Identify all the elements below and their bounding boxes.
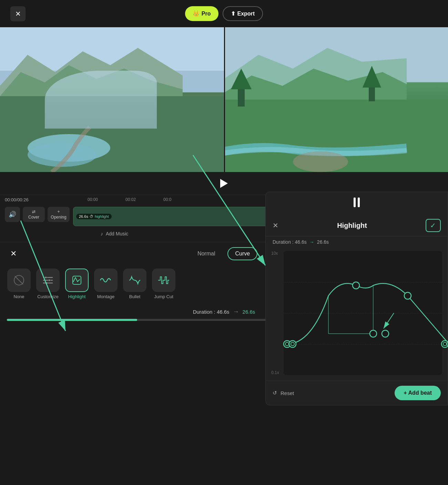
control-arrow	[384, 313, 394, 329]
hp-header: ✕ Highlight ✓	[266, 213, 448, 236]
hp-duration-result: 26.6s	[317, 239, 329, 245]
add-beat-button[interactable]: + Add beat	[395, 386, 441, 400]
track-badge: 26.6s ⏱ highlight	[76, 214, 112, 219]
pro-label: Pro	[202, 11, 211, 17]
hp-close-button[interactable]: ✕	[273, 221, 278, 230]
effect-customize-label: Customize	[37, 294, 58, 299]
effect-jumpcut-icon	[152, 269, 175, 292]
effect-highlight-label: Highlight	[68, 294, 86, 299]
effect-none-label: None	[13, 294, 24, 299]
opening-label: Opening	[51, 215, 66, 220]
none-svg	[13, 274, 25, 286]
duration-result: 26.6s	[243, 309, 255, 315]
montage-svg	[100, 274, 112, 286]
upload-icon: ⬆	[231, 10, 235, 17]
pro-button[interactable]: 👑 Pro	[185, 6, 218, 21]
highlight-panel: ✕ Highlight ✓ Duration : 46.6s → 26.6s 1…	[265, 192, 448, 405]
ctrl-point-0b[interactable]	[285, 342, 289, 346]
mode-close-button[interactable]: ✕	[10, 249, 17, 258]
effect-jumpcut-label: Jump Cut	[154, 294, 173, 299]
timeline-marks: 00:00 00:02 00:0	[88, 197, 171, 202]
reset-icon: ↺	[273, 390, 277, 396]
timeline-time-display: 00:00/00:26	[5, 197, 29, 202]
video-left-scenery	[0, 27, 224, 172]
video-right-scenery	[224, 27, 448, 172]
effect-none-icon	[7, 269, 31, 292]
ctrl-point-bot-2[interactable]	[382, 330, 389, 337]
track-name: highlight	[95, 214, 109, 219]
hp-title: Highlight	[337, 222, 367, 230]
reset-button[interactable]: ↺ ↺ Reset Reset	[273, 390, 294, 396]
svg-point-25	[46, 282, 48, 284]
hp-confirm-button[interactable]: ✓	[426, 219, 441, 232]
ctrl-point-top-2[interactable]	[404, 292, 411, 299]
effect-montage[interactable]: Montage	[94, 269, 118, 299]
y-axis-top: 10x	[271, 251, 279, 256]
timeline-mark-0: 00:00	[88, 197, 98, 202]
svg-point-23	[45, 276, 47, 279]
track-name-icon: ⏱	[90, 214, 93, 219]
effect-bullet[interactable]: Bullet	[123, 269, 147, 299]
duration-arrow-icon: →	[233, 308, 239, 315]
video-left-panel	[0, 27, 224, 172]
mode-options: Normal Curve	[191, 247, 257, 260]
effect-none[interactable]: None	[7, 269, 31, 299]
timeline-mark-2: 00:0	[163, 197, 171, 202]
close-button[interactable]: ✕	[10, 6, 26, 21]
svg-point-11	[293, 151, 348, 172]
music-icon: ♪	[101, 231, 103, 236]
video-right-panel	[224, 27, 448, 172]
curve-y-labels: 10x 0.1x	[271, 251, 279, 375]
highlight-svg	[71, 274, 83, 286]
effect-montage-label: Montage	[97, 294, 115, 299]
ctrl-point-right-1b[interactable]	[443, 342, 447, 346]
curve-canvas	[284, 251, 442, 375]
hp-close-icon: ✕	[273, 222, 278, 229]
curve-path	[287, 283, 448, 344]
curve-svg	[284, 251, 442, 375]
curve-editor: 10x 0.1x	[266, 247, 448, 381]
timeline-mark-1: 00:02	[125, 197, 136, 202]
hp-duration-label: Duration : 46.6s	[273, 239, 307, 245]
music-label: Add Music	[106, 231, 128, 236]
export-button[interactable]: ⬆ Export	[223, 6, 263, 21]
play-button[interactable]	[220, 179, 228, 188]
hp-check-icon: ✓	[430, 221, 436, 230]
pause-bar-left	[354, 198, 356, 207]
video-preview	[0, 27, 448, 172]
opening-button[interactable]: + Opening	[48, 207, 70, 222]
effect-montage-icon	[94, 269, 118, 292]
effect-highlight[interactable]: Highlight	[65, 269, 89, 299]
volume-button[interactable]: 🔊	[5, 207, 20, 222]
pause-bar-right	[358, 198, 360, 207]
mode-normal-label: Normal	[197, 251, 215, 256]
svg-point-24	[48, 279, 50, 281]
customize-svg	[42, 274, 54, 286]
mode-curve-label: Curve	[235, 251, 250, 256]
duration-label: Duration : 46.6s	[193, 309, 230, 315]
cover-label: Cover	[28, 215, 39, 220]
pause-button[interactable]	[354, 198, 360, 207]
pause-section	[266, 192, 448, 213]
top-bar: ✕ 👑 Pro ⬆ Export	[0, 0, 448, 27]
effect-bullet-icon	[123, 269, 146, 292]
effect-customize-icon	[36, 269, 60, 292]
effect-jumpcut[interactable]: Jump Cut	[152, 269, 176, 299]
mode-normal-button[interactable]: Normal	[191, 247, 222, 260]
export-label: Export	[237, 11, 255, 17]
play-icon	[220, 179, 228, 188]
effect-customize[interactable]: Customize	[36, 269, 60, 299]
ctrl-point-1b[interactable]	[291, 342, 294, 346]
hp-duration-arrow: →	[309, 239, 314, 245]
ctrl-point-bot-1[interactable]	[370, 330, 377, 337]
mode-curve-button[interactable]: Curve	[227, 247, 257, 260]
svg-line-19	[15, 276, 23, 284]
ctrl-point-top-1[interactable]	[353, 282, 359, 289]
cover-button[interactable]: ⇄ Cover	[23, 207, 45, 222]
effect-highlight-icon	[65, 269, 89, 292]
mode-close-icon: ✕	[10, 249, 17, 258]
cover-icon: ⇄	[32, 209, 35, 214]
jumpcut-svg	[157, 274, 170, 286]
opening-icon: +	[57, 209, 60, 214]
video-divider	[224, 27, 225, 172]
